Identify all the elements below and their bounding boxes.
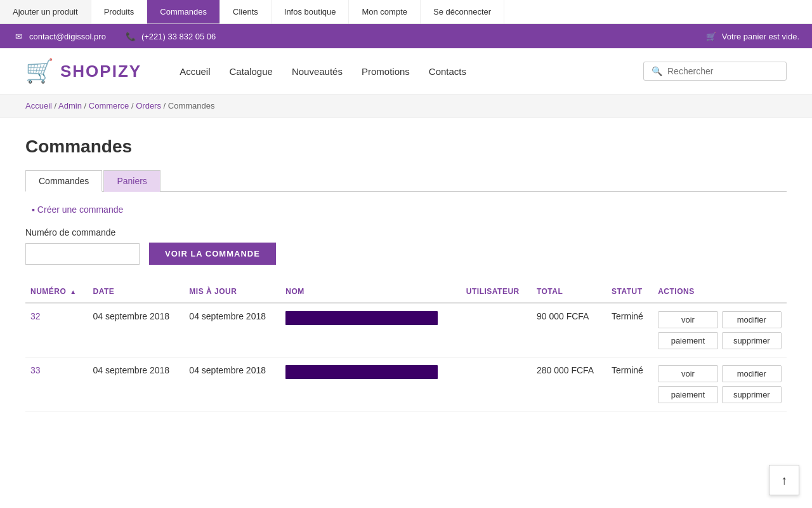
voir-btn-32[interactable]: voir bbox=[658, 311, 717, 328]
breadcrumb-sep-4: / bbox=[164, 101, 168, 110]
breadcrumb-orders[interactable]: Orders bbox=[136, 101, 161, 110]
breadcrumb-sep-2: / bbox=[84, 101, 89, 110]
main-nav: Accueil Catalogue Nouveautés Promotions … bbox=[180, 66, 643, 77]
col-statut: STATUT bbox=[606, 281, 653, 303]
create-commande-link[interactable]: Créer une commande bbox=[32, 204, 123, 215]
col-actions: ACTIONS bbox=[653, 281, 787, 303]
breadcrumb-admin[interactable]: Admin bbox=[58, 101, 82, 110]
breadcrumb-commerce[interactable]: Commerce bbox=[89, 101, 129, 110]
name-bar-32 bbox=[285, 311, 438, 325]
admin-bar-add-product[interactable]: Ajouter un produit bbox=[0, 0, 91, 23]
phone-text: (+221) 33 832 05 06 bbox=[141, 32, 216, 41]
tabs: Commandes Paniers bbox=[25, 170, 787, 192]
phone-icon: 📞 bbox=[125, 30, 136, 42]
cell-updated-33: 04 septembre 2018 bbox=[184, 358, 280, 411]
cell-name-32 bbox=[280, 303, 461, 358]
order-id-link-32[interactable]: 32 bbox=[30, 311, 41, 321]
modifier-btn-33[interactable]: modifier bbox=[722, 365, 782, 382]
cell-total-33: 280 000 FCFA bbox=[532, 358, 606, 411]
cell-actions-33: voir modifier paiement supprimer bbox=[653, 358, 787, 411]
cell-name-33 bbox=[280, 358, 461, 411]
logo-text: SHOPIZY bbox=[60, 62, 141, 81]
contact-bar-left: ✉ contact@digissol.pro 📞 (+221) 33 832 0… bbox=[13, 30, 216, 42]
breadcrumb-current: Commandes bbox=[168, 101, 215, 110]
col-mis-a-jour: MIS À JOUR bbox=[184, 281, 280, 303]
col-utilisateur: UTILISATEUR bbox=[461, 281, 532, 303]
paiement-btn-33[interactable]: paiement bbox=[658, 386, 717, 403]
cell-date-32: 04 septembre 2018 bbox=[88, 303, 184, 358]
admin-bar-clients[interactable]: Clients bbox=[220, 0, 272, 23]
email-text: contact@digissol.pro bbox=[29, 32, 106, 41]
main-header: 🛒 SHOPIZY Accueil Catalogue Nouveautés P… bbox=[0, 48, 812, 95]
paiement-btn-32[interactable]: paiement bbox=[658, 332, 717, 349]
admin-bar: Ajouter un produit Produits Commandes Cl… bbox=[0, 0, 812, 24]
name-bar-33 bbox=[285, 365, 438, 379]
nav-promotions[interactable]: Promotions bbox=[362, 66, 410, 77]
tab-commandes[interactable]: Commandes bbox=[25, 170, 102, 192]
action-buttons-33: voir modifier paiement supprimer bbox=[658, 365, 782, 403]
table-header-row: NUMÉRO ▲ DATE MIS À JOUR NOM UTILISATEUR… bbox=[25, 281, 787, 303]
table-row: 32 04 septembre 2018 04 septembre 2018 9… bbox=[25, 303, 787, 358]
search-input[interactable] bbox=[667, 66, 778, 76]
nav-nouveautes[interactable]: Nouveautés bbox=[292, 66, 343, 77]
order-search-label: Numéro de commande bbox=[25, 227, 787, 237]
cart-text: Votre panier est vide. bbox=[722, 32, 799, 41]
cell-actions-32: voir modifier paiement supprimer bbox=[653, 303, 787, 358]
email-icon: ✉ bbox=[13, 30, 24, 42]
admin-bar-commandes[interactable]: Commandes bbox=[147, 0, 220, 23]
breadcrumb-accueil[interactable]: Accueil bbox=[25, 101, 52, 110]
create-link-area: Créer une commande bbox=[25, 204, 787, 215]
tab-paniers[interactable]: Paniers bbox=[103, 170, 160, 192]
page-title: Commandes bbox=[25, 137, 787, 157]
modifier-btn-32[interactable]: modifier bbox=[722, 311, 782, 328]
cell-date-33: 04 septembre 2018 bbox=[88, 358, 184, 411]
col-nom: NOM bbox=[280, 281, 461, 303]
nav-contacts[interactable]: Contacts bbox=[429, 66, 466, 77]
phone-contact: 📞 (+221) 33 832 05 06 bbox=[125, 30, 216, 42]
cart-area: 🛒 Votre panier est vide. bbox=[705, 30, 799, 42]
col-date: DATE bbox=[88, 281, 184, 303]
cart-logo-icon: 🛒 bbox=[25, 58, 54, 84]
page-content: Commandes Commandes Paniers Créer une co… bbox=[0, 117, 812, 431]
admin-bar-deconnecter[interactable]: Se déconnecter bbox=[421, 0, 504, 23]
cell-user-32 bbox=[461, 303, 532, 358]
col-numero[interactable]: NUMÉRO ▲ bbox=[25, 281, 88, 303]
order-number-input[interactable] bbox=[25, 243, 140, 265]
table-row: 33 04 septembre 2018 04 septembre 2018 2… bbox=[25, 358, 787, 411]
action-buttons-32: voir modifier paiement supprimer bbox=[658, 311, 782, 349]
cell-user-33 bbox=[461, 358, 532, 411]
cell-id-33: 33 bbox=[25, 358, 88, 411]
order-id-link-33[interactable]: 33 bbox=[30, 365, 41, 375]
contact-bar: ✉ contact@digissol.pro 📞 (+221) 33 832 0… bbox=[0, 24, 812, 48]
cell-id-32: 32 bbox=[25, 303, 88, 358]
email-contact: ✉ contact@digissol.pro bbox=[13, 30, 106, 42]
sort-arrow-numero: ▲ bbox=[70, 288, 76, 295]
orders-table: NUMÉRO ▲ DATE MIS À JOUR NOM UTILISATEUR… bbox=[25, 281, 787, 411]
nav-accueil[interactable]: Accueil bbox=[180, 66, 210, 77]
cell-updated-32: 04 septembre 2018 bbox=[184, 303, 280, 358]
cell-status-32: Terminé bbox=[606, 303, 653, 358]
cell-total-32: 90 000 FCFA bbox=[532, 303, 606, 358]
logo-link[interactable]: 🛒 SHOPIZY bbox=[25, 58, 141, 84]
breadcrumb: Accueil / Admin / Commerce / Orders / Co… bbox=[0, 95, 812, 117]
search-icon: 🔍 bbox=[652, 66, 662, 76]
nav-catalogue[interactable]: Catalogue bbox=[230, 66, 273, 77]
col-total: TOTAL bbox=[532, 281, 606, 303]
search-area: 🔍 bbox=[643, 62, 787, 81]
supprimer-btn-33[interactable]: supprimer bbox=[722, 386, 782, 403]
cart-icon: 🛒 bbox=[705, 30, 717, 42]
order-search-row: VOIR LA COMMANDE bbox=[25, 243, 787, 265]
supprimer-btn-32[interactable]: supprimer bbox=[722, 332, 782, 349]
admin-bar-mon-compte[interactable]: Mon compte bbox=[349, 0, 421, 23]
cell-status-33: Terminé bbox=[606, 358, 653, 411]
order-search-section: Numéro de commande VOIR LA COMMANDE bbox=[25, 227, 787, 265]
voir-commande-button[interactable]: VOIR LA COMMANDE bbox=[149, 243, 276, 265]
admin-bar-infos[interactable]: Infos boutique bbox=[272, 0, 350, 23]
admin-bar-products[interactable]: Produits bbox=[91, 0, 148, 23]
voir-btn-33[interactable]: voir bbox=[658, 365, 717, 382]
